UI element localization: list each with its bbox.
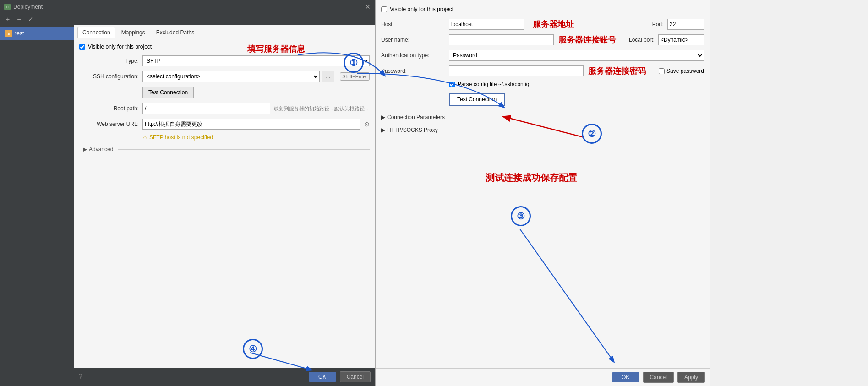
tab-connection[interactable]: Connection bbox=[77, 27, 115, 38]
ssh-config-select[interactable]: <select configuration> bbox=[142, 71, 320, 82]
ssh-config-row: SSH configuration: <select configuration… bbox=[79, 71, 370, 82]
web-server-row: Web server URL: ⊙ bbox=[79, 119, 370, 130]
web-server-label: Web server URL: bbox=[79, 121, 139, 127]
dialog-footer: ? OK Cancel bbox=[74, 368, 375, 386]
ssh-visible-only-checkbox[interactable] bbox=[381, 6, 387, 12]
sidebar: S test bbox=[0, 25, 74, 386]
dialog-body: S test Connection Mappings Excluded Path… bbox=[0, 25, 375, 386]
password-row: Password: 服务器连接密码 Save password bbox=[381, 65, 704, 76]
username-label: User name: bbox=[381, 37, 445, 43]
check-button[interactable]: ✓ bbox=[26, 15, 35, 24]
password-input[interactable] bbox=[449, 65, 584, 76]
advanced-chevron: ▶ bbox=[83, 146, 87, 152]
username-input[interactable] bbox=[449, 34, 554, 45]
type-label: Type: bbox=[79, 58, 139, 64]
advanced-label: Advanced bbox=[89, 146, 113, 152]
port-label: Port: bbox=[652, 21, 664, 27]
tab-mappings[interactable]: Mappings bbox=[116, 27, 150, 38]
dialog-toolbar: + − ✓ bbox=[0, 13, 375, 25]
root-path-input[interactable] bbox=[142, 103, 270, 114]
web-server-input[interactable] bbox=[142, 119, 360, 130]
ssh-dialog: Visible only for this project Host: 服务器地… bbox=[376, 0, 710, 386]
type-row: Type: SFTP bbox=[79, 55, 370, 66]
port-row: Port: bbox=[652, 19, 704, 30]
password-annotation: 服务器连接密码 bbox=[588, 65, 646, 76]
root-path-hint: 映射到服务器的初始路径，默认为根路径， bbox=[274, 105, 370, 112]
ssh-footer: OK Cancel Apply bbox=[376, 368, 710, 386]
advanced-section: ▶ Advanced bbox=[83, 146, 370, 152]
ssh-visible-only-row: Visible only for this project bbox=[381, 6, 704, 12]
close-button[interactable]: ✕ bbox=[364, 3, 371, 11]
type-select[interactable]: SFTP bbox=[142, 55, 370, 66]
root-path-label: Root path: bbox=[79, 105, 139, 112]
password-label: Password: bbox=[381, 68, 445, 74]
host-input[interactable] bbox=[449, 19, 524, 30]
remove-button[interactable]: − bbox=[15, 15, 22, 24]
root-path-row: Root path: 映射到服务器的初始路径，默认为根路径， bbox=[79, 103, 370, 114]
ssh-visible-only-label: Visible only for this project bbox=[390, 6, 453, 12]
tab-excluded-paths[interactable]: Excluded Paths bbox=[151, 27, 199, 38]
save-password-checkbox[interactable] bbox=[659, 68, 665, 74]
connection-params-label: Connection Parameters bbox=[387, 114, 445, 120]
deployment-dialog: D Deployment ✕ + − ✓ S test Connection bbox=[0, 0, 376, 386]
sftp-icon: S bbox=[5, 30, 12, 37]
ssh-test-connection-button[interactable]: Test Connection bbox=[449, 93, 505, 106]
http-proxy-section: ▶ HTTP/SOCKS Proxy bbox=[381, 125, 704, 135]
auth-type-label: Authentication type: bbox=[381, 52, 445, 59]
ssh-ok-button[interactable]: OK bbox=[612, 372, 639, 382]
connection-params-header[interactable]: ▶ Connection Parameters bbox=[381, 112, 704, 122]
http-proxy-header[interactable]: ▶ HTTP/SOCKS Proxy bbox=[381, 125, 704, 135]
host-label: Host: bbox=[381, 21, 445, 27]
parse-config-checkbox[interactable] bbox=[449, 82, 455, 87]
tabs-bar: Connection Mappings Excluded Paths bbox=[74, 25, 375, 38]
port-input[interactable] bbox=[667, 19, 704, 30]
save-password-label: Save password bbox=[666, 68, 704, 74]
warning-text: SFTP host is not specified bbox=[149, 134, 213, 141]
shift-enter-hint: Shift+Enter bbox=[340, 72, 370, 81]
title-left: D Deployment bbox=[4, 4, 43, 10]
web-server-clear-icon[interactable]: ⊙ bbox=[364, 120, 370, 128]
cancel-button[interactable]: Cancel bbox=[340, 371, 371, 382]
username-annotation: 服务器连接账号 bbox=[558, 34, 616, 45]
deployment-icon: D bbox=[4, 4, 11, 10]
ssh-apply-button[interactable]: Apply bbox=[677, 372, 705, 383]
sidebar-item-label: test bbox=[15, 30, 24, 37]
ssh-cancel-button[interactable]: Cancel bbox=[643, 372, 674, 383]
http-proxy-label: HTTP/SOCKS Proxy bbox=[387, 127, 438, 133]
ok-button[interactable]: OK bbox=[309, 372, 336, 382]
host-row: Host: 服务器地址 Port: bbox=[381, 19, 704, 30]
ssh-content: Visible only for this project Host: 服务器地… bbox=[376, 0, 710, 368]
test-connection-button[interactable]: Test Connection bbox=[142, 87, 194, 98]
help-button[interactable]: ? bbox=[78, 373, 82, 381]
local-port-row: Local port: bbox=[629, 34, 704, 45]
connection-params-section: ▶ Connection Parameters bbox=[381, 112, 704, 122]
connection-params-chevron: ▶ bbox=[381, 114, 385, 120]
http-proxy-chevron: ▶ bbox=[381, 127, 385, 133]
warning-row: ⚠ SFTP host is not specified bbox=[142, 134, 370, 141]
local-port-label: Local port: bbox=[629, 37, 655, 43]
username-row: User name: 服务器连接账号 Local port: bbox=[381, 34, 704, 45]
host-annotation: 服务器地址 bbox=[533, 19, 574, 30]
auth-type-row: Authentication type: Password bbox=[381, 50, 704, 61]
add-button[interactable]: + bbox=[4, 15, 11, 24]
local-port-input[interactable] bbox=[658, 34, 704, 45]
warning-icon: ⚠ bbox=[142, 134, 147, 141]
advanced-divider bbox=[118, 149, 370, 150]
visible-only-row: Visible only for this project bbox=[79, 43, 370, 50]
dialog-titlebar: D Deployment ✕ bbox=[0, 0, 375, 13]
ssh-config-select-group: <select configuration> ... bbox=[142, 71, 334, 82]
main-content: Connection Mappings Excluded Paths Visib… bbox=[74, 25, 375, 386]
dialog-title: Deployment bbox=[13, 4, 43, 10]
tab-content-connection: Visible only for this project Type: SFTP… bbox=[74, 38, 375, 368]
parse-config-label: Parse config file ~/.ssh/config bbox=[458, 81, 529, 87]
visible-only-label: Visible only for this project bbox=[88, 43, 152, 50]
test-connection-row: Test Connection bbox=[79, 87, 370, 98]
parse-config-row: Parse config file ~/.ssh/config bbox=[449, 81, 704, 87]
visible-only-checkbox[interactable] bbox=[79, 44, 85, 50]
ssh-config-label: SSH configuration: bbox=[79, 73, 139, 80]
ssh-config-ellipsis-button[interactable]: ... bbox=[322, 71, 334, 82]
advanced-header[interactable]: ▶ Advanced bbox=[83, 146, 370, 152]
sidebar-item-test[interactable]: S test bbox=[0, 27, 74, 40]
auth-type-select[interactable]: Password bbox=[449, 50, 704, 61]
